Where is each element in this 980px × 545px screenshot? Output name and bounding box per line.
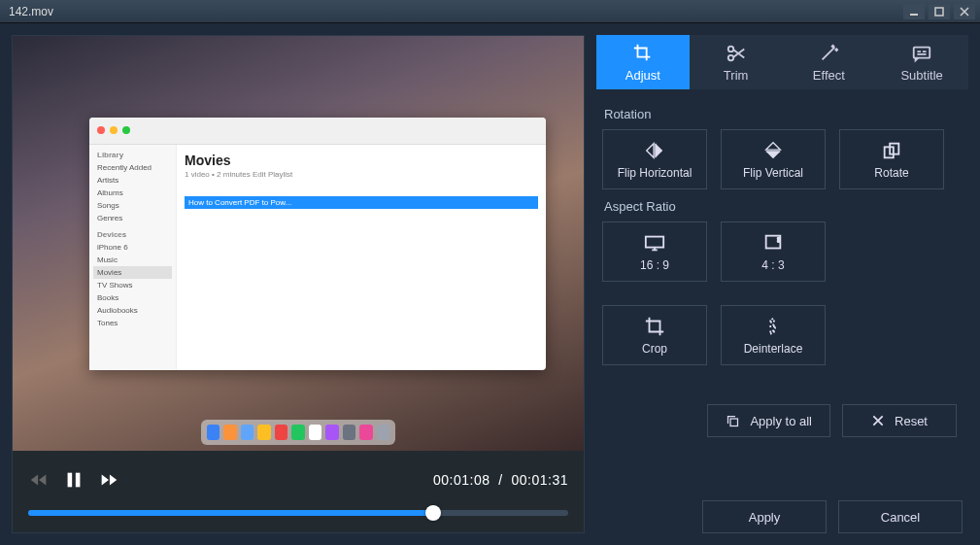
svg-point-4 (727, 46, 733, 51)
tab-trim[interactable]: Trim (690, 35, 783, 89)
scissors-icon (726, 43, 747, 64)
tab-adjust[interactable]: Adjust (596, 35, 690, 89)
svg-point-5 (727, 54, 733, 60)
rewind-button[interactable] (28, 469, 50, 491)
rewind-icon (28, 469, 50, 491)
crop-tool-icon (643, 316, 666, 337)
window-title: 142.mov (5, 5, 903, 18)
pause-icon (63, 469, 84, 491)
monitor-wide-icon (643, 232, 666, 254)
flip-horizontal-icon (643, 140, 666, 161)
preview-dock (201, 420, 395, 445)
current-time: 00:01:08 (433, 472, 490, 488)
seek-fill (28, 510, 433, 516)
time-display: 00:01:08 / 00:01:31 (433, 472, 568, 488)
subtitle-icon (911, 43, 932, 64)
aspect-4-3-button[interactable]: 4 : 3 (721, 221, 826, 282)
reset-button[interactable]: Reset (842, 404, 957, 437)
seek-thumb[interactable] (425, 505, 441, 521)
video-player: Library Recently AddedArtistsAlbumsSongs… (12, 35, 585, 533)
flip-vertical-button[interactable]: Flip Vertical (721, 129, 826, 189)
copy-icon (726, 414, 740, 428)
close-button[interactable] (954, 4, 975, 19)
total-time: 00:01:31 (512, 472, 569, 488)
rotation-label: Rotation (604, 107, 961, 121)
svg-rect-2 (68, 473, 73, 488)
rotate-icon (880, 140, 903, 161)
tab-effect[interactable]: Effect (783, 35, 876, 89)
app-window: 142.mov (0, 0, 980, 545)
seek-bar[interactable] (28, 501, 568, 525)
svg-rect-9 (646, 236, 663, 247)
pause-button[interactable] (63, 469, 84, 491)
flip-vertical-icon (761, 140, 785, 161)
titlebar: 142.mov (0, 0, 980, 23)
minimize-button[interactable] (903, 4, 925, 19)
close-icon (960, 7, 969, 17)
svg-rect-1 (935, 8, 943, 16)
minimize-icon (909, 7, 919, 17)
wand-icon (818, 43, 839, 64)
apply-to-all-button[interactable]: Apply to all (707, 404, 830, 437)
svg-rect-6 (914, 47, 930, 57)
deinterlace-button[interactable]: Deinterlace (721, 305, 826, 365)
svg-point-12 (778, 240, 780, 242)
preview-content: Library Recently AddedArtistsAlbumsSongs… (89, 118, 546, 370)
svg-point-11 (778, 237, 780, 239)
crop-icon (632, 43, 654, 64)
maximize-button[interactable] (929, 4, 950, 19)
monitor-icon (761, 232, 785, 254)
aspect-label: Aspect Ratio (604, 199, 961, 214)
forward-button[interactable] (98, 469, 119, 491)
video-preview[interactable]: Library Recently AddedArtistsAlbumsSongs… (13, 36, 584, 451)
apply-button[interactable]: Apply (702, 500, 827, 533)
svg-rect-0 (910, 14, 918, 16)
edit-tabs: Adjust Trim Effect Subtitle (596, 35, 968, 89)
x-icon (871, 414, 885, 427)
tab-subtitle[interactable]: Subtitle (875, 35, 968, 89)
rotate-button[interactable]: Rotate (839, 129, 944, 189)
svg-rect-13 (730, 419, 738, 426)
player-controls: 00:01:08 / 00:01:31 (13, 451, 584, 532)
edit-panel: Adjust Trim Effect Subtitle Rotation (596, 35, 968, 533)
svg-rect-3 (76, 473, 81, 488)
flip-horizontal-button[interactable]: Flip Horizontal (602, 129, 707, 189)
cancel-button[interactable]: Cancel (838, 500, 963, 533)
aspect-16-9-button[interactable]: 16 : 9 (602, 221, 707, 282)
crop-button[interactable]: Crop (602, 305, 707, 365)
deinterlace-icon (761, 316, 785, 337)
forward-icon (98, 469, 119, 491)
maximize-icon (934, 7, 944, 17)
